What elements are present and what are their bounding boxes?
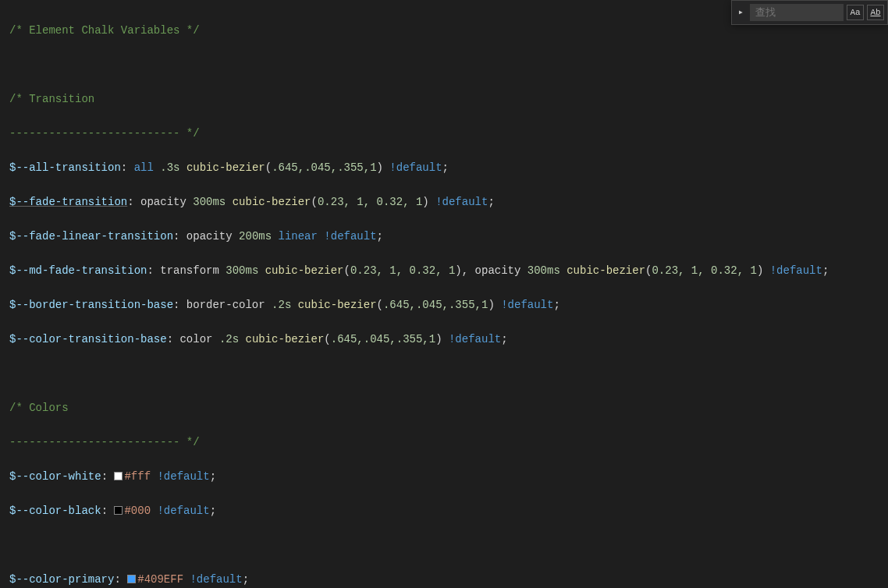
comment-transition-dash: -------------------------- */ xyxy=(9,127,200,140)
comment-transition-open: /* Transition xyxy=(9,93,94,105)
var-color-transition-base: $--color-transition-base xyxy=(9,333,167,345)
comment-colors-open: /* Colors xyxy=(9,402,69,414)
var-color-white: $--color-white xyxy=(9,470,101,483)
match-whole-word-button[interactable]: Ab xyxy=(867,5,884,20)
var-md-fade-transition: $--md-fade-transition xyxy=(9,264,147,277)
find-toggle-replace-icon[interactable]: ▸ xyxy=(735,4,747,21)
color-swatch-icon xyxy=(127,575,136,583)
comment-header: /* Element Chalk Variables */ xyxy=(9,24,200,37)
comment-colors-dash: -------------------------- */ xyxy=(9,436,200,448)
var-color-primary: $--color-primary xyxy=(9,573,114,586)
color-swatch-icon xyxy=(114,506,123,515)
code-editor[interactable]: /* Element Chalk Variables */ /* Transit… xyxy=(0,0,888,588)
var-fade-linear-transition: $--fade-linear-transition xyxy=(9,230,173,243)
color-swatch-icon xyxy=(114,472,123,480)
match-case-button[interactable]: Aa xyxy=(847,5,864,20)
var-border-transition-base: $--border-transition-base xyxy=(9,299,173,311)
find-widget: ▸ Aa Ab xyxy=(731,0,888,25)
var-color-black: $--color-black xyxy=(9,505,101,517)
find-input[interactable] xyxy=(750,4,844,21)
var-fade-transition: $--fade-transition xyxy=(9,196,127,208)
var-all-transition: $--all-transition xyxy=(9,161,121,174)
